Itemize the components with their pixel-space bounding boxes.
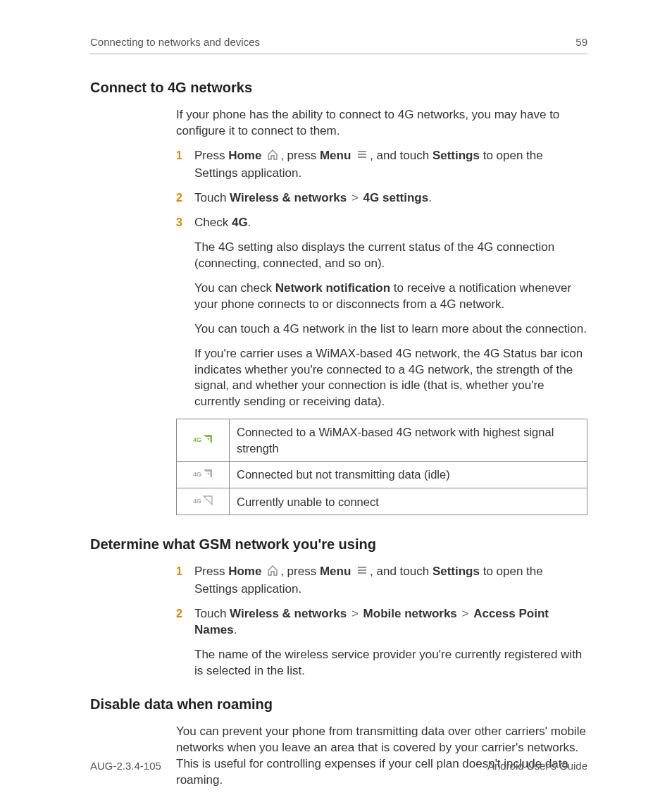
label-4g: 4G bbox=[232, 216, 248, 229]
step-number: 3 bbox=[176, 215, 182, 230]
cell-icon bbox=[177, 488, 230, 515]
label-menu: Menu bbox=[320, 565, 351, 578]
section-body: You can prevent your phone from transmit… bbox=[176, 724, 587, 789]
step-number: 2 bbox=[176, 606, 182, 622]
heading-gsm-network: Determine what GSM network you're using bbox=[90, 535, 587, 554]
step-text: Touch Wireless & networks > Mobile netwo… bbox=[194, 606, 587, 639]
signal-4g-green-icon bbox=[192, 432, 214, 448]
table-row: Connected but not transmitting data (idl… bbox=[177, 461, 587, 488]
step-1: 1 Press Home , press Menu , and touch Se… bbox=[176, 564, 587, 598]
cell-desc: Connected but not transmitting data (idl… bbox=[230, 461, 587, 488]
menu-icon bbox=[356, 148, 368, 166]
home-icon bbox=[266, 148, 279, 166]
label-home: Home bbox=[228, 565, 261, 578]
paragraph: You can check Network notification to re… bbox=[194, 281, 587, 313]
step-text: Press Home , press Menu , and touch Sett… bbox=[194, 148, 587, 182]
heading-disable-roaming: Disable data when roaming bbox=[90, 695, 587, 714]
section-body: 1 Press Home , press Menu , and touch Se… bbox=[176, 564, 587, 679]
section-body: If your phone has the ability to connect… bbox=[176, 107, 587, 515]
table-row: Currently unable to connect bbox=[177, 488, 587, 515]
label-4g-settings: 4G settings bbox=[363, 191, 429, 204]
label-network-notification: Network notification bbox=[275, 281, 390, 295]
cell-desc: Connected to a WiMAX-based 4G network wi… bbox=[230, 419, 587, 462]
heading-connect-4g: Connect to 4G networks bbox=[90, 78, 587, 97]
paragraph: You can touch a 4G network in the list t… bbox=[194, 321, 587, 338]
step-1: 1 Press Home , press Menu , and touch Se… bbox=[176, 148, 587, 182]
cell-desc: Currently unable to connect bbox=[230, 488, 587, 515]
footer-right: Android User's Guide bbox=[487, 759, 587, 773]
step-number: 2 bbox=[176, 190, 182, 206]
label-wireless-networks: Wireless & networks bbox=[230, 607, 347, 620]
cell-icon bbox=[177, 461, 230, 488]
step-2: 2 Touch Wireless & networks > 4G setting… bbox=[176, 190, 587, 207]
signal-4g-idle-icon bbox=[192, 467, 214, 483]
paragraph: The name of the wireless service provide… bbox=[194, 647, 587, 679]
step-number: 1 bbox=[176, 148, 182, 164]
header-title: Connecting to networks and devices bbox=[90, 35, 260, 49]
step-2: 2 Touch Wireless & networks > Mobile net… bbox=[176, 606, 587, 679]
label-home: Home bbox=[228, 149, 261, 162]
home-icon bbox=[266, 564, 279, 581]
paragraph: You can prevent your phone from transmit… bbox=[176, 724, 587, 789]
paragraph: The 4G setting also displays the current… bbox=[194, 240, 587, 272]
signal-icon-table: Connected to a WiMAX-based 4G network wi… bbox=[176, 419, 587, 515]
step-3: 3 Check 4G. The 4G setting also displays… bbox=[176, 215, 587, 410]
label-settings: Settings bbox=[433, 565, 480, 578]
step-text: Check 4G. bbox=[194, 215, 587, 231]
running-header: Connecting to networks and devices 59 bbox=[90, 35, 587, 54]
step-text: Press Home , press Menu , and touch Sett… bbox=[194, 564, 587, 598]
cell-icon bbox=[177, 419, 230, 462]
signal-4g-unable-icon bbox=[192, 493, 214, 510]
step-number: 1 bbox=[176, 564, 182, 579]
label-mobile-networks: Mobile networks bbox=[363, 607, 457, 620]
label-settings: Settings bbox=[433, 149, 480, 162]
header-page-number: 59 bbox=[575, 35, 587, 49]
page-footer: AUG-2.3.4-105 Android User's Guide bbox=[90, 759, 587, 773]
intro-paragraph: If your phone has the ability to connect… bbox=[176, 107, 587, 140]
step-text: Touch Wireless & networks > 4G settings. bbox=[194, 190, 587, 207]
table-row: Connected to a WiMAX-based 4G network wi… bbox=[177, 419, 587, 462]
footer-left: AUG-2.3.4-105 bbox=[90, 759, 161, 773]
page-content: Connecting to networks and devices 59 Co… bbox=[90, 35, 587, 797]
paragraph: If you're carrier uses a WiMAX-based 4G … bbox=[194, 346, 587, 411]
menu-icon bbox=[356, 564, 368, 581]
label-wireless-networks: Wireless & networks bbox=[230, 191, 347, 204]
label-menu: Menu bbox=[320, 149, 351, 162]
